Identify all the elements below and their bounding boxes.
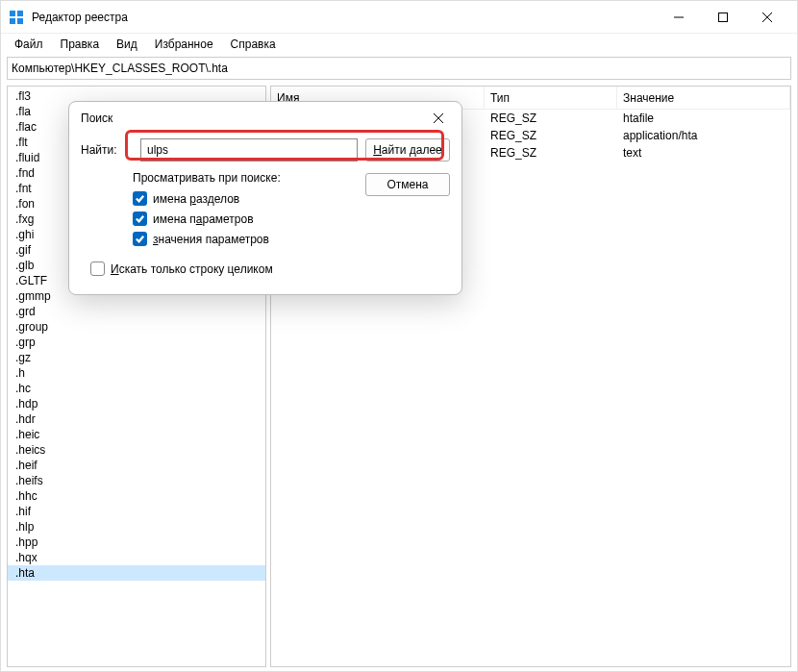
dialog-titlebar[interactable]: Поиск <box>69 102 461 135</box>
tree-item[interactable]: .hdr <box>8 411 265 427</box>
tree-item[interactable]: .hif <box>8 504 265 519</box>
menu-favorites[interactable]: Избранное <box>147 36 221 53</box>
dialog-title-text: Поиск <box>81 112 427 125</box>
tree-item[interactable]: .hqx <box>8 550 265 565</box>
tree-item[interactable]: .hhc <box>8 488 265 504</box>
column-value[interactable]: Значение <box>617 87 790 109</box>
titlebar: Редактор реестра <box>1 1 797 34</box>
find-input[interactable] <box>140 138 358 162</box>
tree-item[interactable]: .heifs <box>8 473 265 488</box>
tree-item[interactable]: .h <box>8 365 265 381</box>
tree-item[interactable]: .hpp <box>8 535 265 550</box>
find-label: Найти: <box>81 143 133 157</box>
menu-help[interactable]: Справка <box>223 36 284 53</box>
checkbox-checked-icon <box>133 232 147 246</box>
menu-edit[interactable]: Правка <box>53 36 108 53</box>
tree-item[interactable]: .heics <box>8 442 265 458</box>
address-text: Компьютер\HKEY_CLASSES_ROOT\.hta <box>12 62 228 75</box>
tree-item[interactable]: .grp <box>8 335 265 350</box>
column-type[interactable]: Тип <box>485 87 617 109</box>
check-values[interactable]: имена параметров <box>133 209 450 229</box>
close-button[interactable] <box>745 1 789 34</box>
svg-rect-3 <box>17 18 23 24</box>
find-dialog: Поиск Найти: Найти далее Отмена Просматр… <box>68 101 462 295</box>
address-bar[interactable]: Компьютер\HKEY_CLASSES_ROOT\.hta <box>7 57 791 80</box>
checkbox-checked-icon <box>133 191 147 206</box>
check-whole-string[interactable]: Искать только строку целиком <box>81 259 450 279</box>
checkbox-unchecked-icon <box>90 261 105 276</box>
svg-rect-5 <box>719 12 728 21</box>
dialog-close-button[interactable] <box>427 107 450 130</box>
tree-item[interactable]: .gz <box>8 350 265 365</box>
menu-file[interactable]: Файл <box>7 36 51 53</box>
tree-item[interactable]: .hdp <box>8 396 265 411</box>
window-title: Редактор реестра <box>32 11 657 24</box>
tree-item[interactable]: .group <box>8 319 265 335</box>
minimize-button[interactable] <box>657 1 701 34</box>
checkbox-checked-icon <box>133 212 147 226</box>
tree-item[interactable]: .heif <box>8 458 265 473</box>
tree-item[interactable]: .heic <box>8 427 265 442</box>
svg-rect-0 <box>10 11 15 16</box>
tree-item[interactable]: .hc <box>8 381 265 396</box>
tree-item[interactable]: .grd <box>8 304 265 319</box>
check-data[interactable]: значения параметров <box>133 229 450 249</box>
svg-rect-1 <box>17 11 23 16</box>
maximize-button[interactable] <box>701 1 745 34</box>
svg-rect-2 <box>10 18 15 24</box>
menubar: Файл Правка Вид Избранное Справка <box>1 34 797 55</box>
tree-item[interactable]: .hta <box>8 565 265 581</box>
find-next-button[interactable]: Найти далее <box>365 138 450 162</box>
tree-item[interactable]: .hlp <box>8 519 265 535</box>
menu-view[interactable]: Вид <box>109 36 145 53</box>
cancel-button[interactable]: Отмена <box>365 173 450 196</box>
regedit-icon <box>9 10 24 25</box>
